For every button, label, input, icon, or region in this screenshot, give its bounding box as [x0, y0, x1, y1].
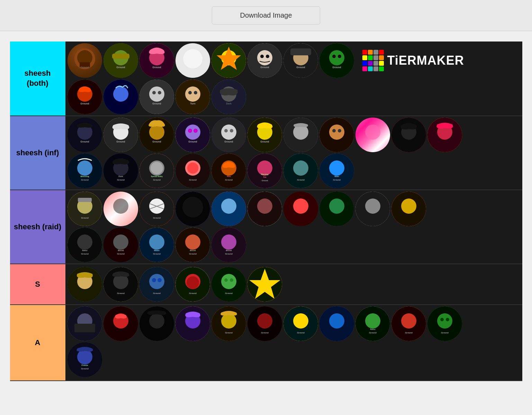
- char-circle: [283, 118, 318, 152]
- char-circle: BloodGround: [211, 228, 246, 262]
- char-circle: Ground: [283, 154, 318, 188]
- char-circle: Ground: [139, 192, 174, 226]
- svg-point-28: [338, 55, 341, 58]
- svg-point-19: [266, 55, 269, 58]
- svg-text:Ground: Ground: [297, 332, 305, 334]
- tier-content-a: Ground Ground Ground NaturGround Ground: [65, 305, 522, 380]
- char-circle: [67, 267, 102, 302]
- svg-point-96: [187, 163, 198, 174]
- char-circle: [319, 118, 354, 152]
- char-circle: Ground: [67, 43, 102, 78]
- char-circle: [103, 192, 138, 226]
- char-circle: Ground: [211, 118, 246, 152]
- tier-row-sheesh-both: sheesh (both) Ground Ground Ground: [10, 42, 522, 116]
- svg-text:Ground: Ground: [225, 332, 233, 334]
- char-circle: Ground: [67, 80, 102, 114]
- svg-point-129: [257, 199, 272, 214]
- svg-point-63: [221, 124, 236, 140]
- char-circle: [355, 118, 390, 152]
- tier-content-sheesh-both: Ground Ground Ground Ground Gr: [65, 42, 522, 116]
- svg-text:Natur: Natur: [82, 249, 88, 251]
- char-circle: Ground: [175, 154, 210, 188]
- svg-text:Ground: Ground: [116, 140, 125, 143]
- svg-point-34: [113, 86, 128, 102]
- svg-point-65: [230, 129, 233, 132]
- svg-text:Ground: Ground: [369, 332, 377, 334]
- svg-rect-116: [78, 198, 92, 202]
- svg-text:Fire: Fire: [227, 175, 231, 177]
- svg-point-91: [151, 162, 163, 174]
- char-circle: WaterGround: [319, 154, 354, 188]
- svg-text:Ground: Ground: [224, 140, 233, 143]
- logo-text: TiERMAKER: [387, 53, 464, 68]
- svg-point-18: [260, 55, 264, 58]
- char-circle: [355, 192, 390, 226]
- svg-text:Ground: Ground: [116, 66, 125, 68]
- char-circle: Ground: [283, 43, 318, 78]
- svg-point-164: [149, 274, 164, 289]
- char-circle: Ground: [175, 118, 210, 152]
- svg-point-58: [185, 124, 200, 140]
- svg-text:Ground: Ground: [225, 179, 233, 181]
- char-circle: Ground: [247, 306, 282, 341]
- svg-text:Ground: Ground: [81, 368, 89, 370]
- svg-text:Ground: Ground: [333, 179, 341, 181]
- svg-rect-23: [290, 48, 311, 55]
- svg-text:Ground: Ground: [117, 292, 125, 294]
- svg-text:Blood: Blood: [190, 249, 196, 251]
- download-button[interactable]: Download Image: [212, 6, 320, 25]
- char-circle: [175, 192, 210, 226]
- svg-point-127: [221, 199, 236, 214]
- svg-point-82: [77, 160, 92, 176]
- svg-point-55: [149, 124, 164, 140]
- svg-point-37: [152, 91, 156, 94]
- svg-text:Ground: Ground: [153, 253, 161, 255]
- svg-text:Fire: Fire: [263, 176, 266, 178]
- svg-point-189: [221, 313, 236, 329]
- char-circle: [247, 192, 282, 226]
- tier-row-sheesh-inf: sheesh (inf) Ground Ground Ground Ground…: [10, 116, 522, 190]
- char-circle: FireGround: [211, 154, 246, 188]
- tier-label-s: S: [10, 264, 65, 304]
- svg-point-125: [182, 197, 203, 218]
- svg-point-137: [401, 199, 416, 214]
- char-circle: Ground: [139, 43, 174, 78]
- svg-point-166: [157, 278, 162, 282]
- svg-point-173: [221, 274, 236, 289]
- svg-point-209: [446, 318, 449, 321]
- tier-label-sheesh-inf: sheesh (inf): [10, 116, 65, 190]
- char-circle: Turn: [175, 80, 210, 114]
- svg-point-73: [329, 124, 344, 140]
- top-bar: Download Image: [0, 0, 532, 31]
- svg-text:Ground: Ground: [189, 292, 197, 294]
- char-circle: BlessingFireGround: [247, 154, 282, 188]
- svg-text:Ground: Ground: [225, 292, 233, 294]
- tier-container: sheesh (both) Ground Ground Ground: [10, 42, 522, 381]
- svg-text:Water: Water: [154, 249, 160, 251]
- svg-text:Ground: Ground: [225, 253, 233, 255]
- char-circle: [175, 306, 210, 341]
- svg-point-41: [185, 86, 200, 102]
- svg-point-135: [365, 199, 380, 214]
- svg-point-43: [194, 91, 197, 94]
- svg-text:Ground: Ground: [81, 253, 89, 255]
- char-circle: Ground: [247, 43, 282, 78]
- char-circle: Ground: [391, 306, 426, 341]
- svg-text:Ground: Ground: [152, 140, 161, 143]
- char-circle: [319, 192, 354, 226]
- char-circle: [139, 306, 174, 341]
- svg-text:Ground: Ground: [260, 66, 269, 68]
- char-circle: Ground: [139, 267, 174, 302]
- svg-text:Ground: Ground: [261, 332, 269, 334]
- svg-point-60: [193, 129, 198, 133]
- svg-text:Ground: Ground: [153, 292, 161, 294]
- tier-label-a: A: [10, 305, 65, 380]
- char-circle: [67, 306, 102, 341]
- char-circle: Ground: [67, 192, 102, 226]
- tier-row-sheesh-raid: sheesh (raid) Ground Ground: [10, 190, 522, 264]
- svg-point-155: [221, 234, 236, 250]
- svg-point-147: [149, 234, 164, 250]
- char-circle: Ground: [427, 306, 462, 341]
- svg-point-175: [230, 278, 233, 282]
- char-circle: Ground: [139, 80, 174, 114]
